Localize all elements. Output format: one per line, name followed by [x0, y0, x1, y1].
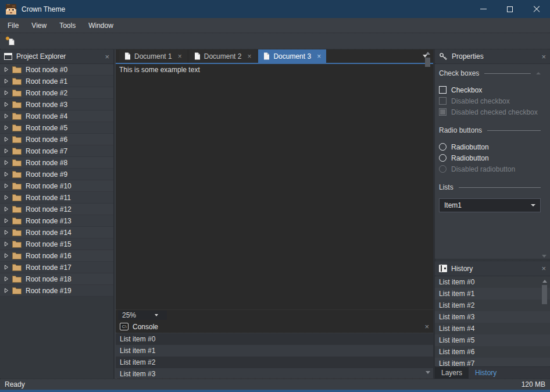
dock-tab-layers[interactable]: Layers [435, 367, 469, 379]
console-list-item[interactable]: List item #3 [116, 368, 433, 379]
tree-node[interactable]: Root node #18 [0, 273, 113, 285]
section-divider [487, 130, 541, 131]
history-list-item[interactable]: List item #0 [435, 276, 550, 288]
text-editor[interactable]: This is some example text [116, 64, 433, 309]
tab-close-icon[interactable]: × [178, 52, 182, 60]
expand-arrow-icon[interactable] [4, 241, 12, 247]
new-file-button[interactable] [4, 35, 17, 48]
folder-icon [12, 229, 22, 236]
tab-document-1[interactable]: Document 1 × [119, 49, 187, 63]
tree-node[interactable]: Root node #19 [0, 285, 113, 297]
tree-node[interactable]: Root node #13 [0, 215, 113, 227]
tab-document-2[interactable]: Document 2 × [189, 49, 257, 63]
history-list-item[interactable]: List item #3 [435, 311, 550, 323]
close-button[interactable] [523, 0, 550, 18]
collapse-icon [536, 72, 541, 74]
console-list-item[interactable]: List item #0 [116, 333, 433, 345]
expand-arrow-icon[interactable] [4, 172, 12, 177]
tree-node[interactable]: Root node #5 [0, 122, 113, 134]
history-header[interactable]: History × [435, 261, 550, 276]
checkbox-disabled-checked [439, 108, 447, 116]
history-list-item[interactable]: List item #2 [435, 300, 550, 311]
properties-header[interactable]: Properties × [435, 49, 550, 64]
history-close-icon[interactable]: × [541, 265, 546, 272]
section-radio-buttons[interactable]: Radio buttons [439, 125, 541, 136]
project-explorer-close-icon[interactable]: × [105, 53, 109, 60]
expand-arrow-icon[interactable] [4, 218, 12, 223]
section-check-boxes[interactable]: Check boxes [439, 68, 541, 79]
project-explorer-header[interactable]: Project Explorer × [0, 49, 113, 64]
tree-node[interactable]: Root node #6 [0, 134, 113, 145]
tab-close-icon[interactable]: × [317, 52, 321, 60]
tree-node[interactable]: Root node #2 [0, 87, 113, 99]
menu-item[interactable]: View [25, 18, 53, 33]
history-list-item[interactable]: List item #5 [435, 334, 550, 346]
console-header[interactable]: C:\ Console × [116, 320, 433, 333]
minimize-button[interactable] [470, 0, 497, 18]
tree-node[interactable]: Root node #14 [0, 227, 113, 238]
expand-arrow-icon[interactable] [4, 288, 12, 293]
tree-node[interactable]: Root node #7 [0, 145, 113, 157]
expand-arrow-icon[interactable] [4, 102, 12, 107]
tree-node[interactable]: Root node #10 [0, 180, 113, 192]
tree-node[interactable]: Root node #11 [0, 192, 113, 204]
expand-arrow-icon[interactable] [4, 137, 12, 142]
tree-node[interactable]: Root node #12 [0, 204, 113, 215]
scrollbar-thumb[interactable] [425, 58, 430, 67]
tree-node[interactable]: Root node #0 [0, 64, 113, 76]
tree-node-label: Root node #12 [26, 205, 72, 213]
scroll-up-icon[interactable] [426, 52, 430, 55]
titlebar[interactable]: Crown Theme [0, 0, 550, 18]
tree-node[interactable]: Root node #8 [0, 157, 113, 169]
scrollbar-thumb[interactable] [542, 285, 547, 304]
maximize-button[interactable] [497, 0, 523, 18]
expand-arrow-icon[interactable] [4, 230, 12, 235]
checkbox[interactable] [439, 86, 447, 94]
console-list-item[interactable]: List item #1 [116, 345, 433, 357]
expand-arrow-icon[interactable] [4, 79, 12, 84]
menu-item[interactable]: Tools [53, 18, 82, 33]
expand-arrow-icon[interactable] [4, 113, 12, 119]
radio-button[interactable] [439, 154, 447, 162]
expand-arrow-icon[interactable] [4, 276, 12, 281]
console-list-item[interactable]: List item #2 [116, 357, 433, 368]
expand-arrow-icon[interactable] [4, 183, 12, 188]
expand-arrow-icon[interactable] [4, 148, 12, 154]
tree-node[interactable]: Root node #15 [0, 238, 113, 250]
scroll-up-icon[interactable] [542, 280, 547, 283]
radio-button[interactable] [439, 143, 447, 151]
history-list-item[interactable]: List item #1 [435, 288, 550, 300]
tree-node[interactable]: Root node #16 [0, 250, 113, 262]
section-lists[interactable]: Lists [439, 182, 541, 193]
maximize-icon [507, 6, 513, 12]
tab-close-icon[interactable]: × [247, 52, 251, 60]
properties-close-icon[interactable]: × [541, 53, 546, 60]
history-list-item[interactable]: List item #6 [435, 346, 550, 358]
tree-node[interactable]: Root node #1 [0, 76, 113, 87]
dock-tab-history[interactable]: History [469, 367, 503, 379]
tab-document-3[interactable]: Document 3 × [258, 49, 326, 63]
zoom-select[interactable]: 25% [118, 311, 167, 320]
scroll-down-icon[interactable] [426, 371, 430, 374]
expand-arrow-icon[interactable] [4, 90, 12, 95]
radio-label: Radiobutton [451, 154, 489, 162]
menu-item[interactable]: Window [82, 18, 120, 33]
tree-node[interactable]: Root node #4 [0, 111, 113, 122]
statusbar: Ready 120 MB [0, 379, 550, 390]
expand-arrow-icon[interactable] [4, 195, 12, 200]
expand-arrow-icon[interactable] [4, 125, 12, 130]
tree-node[interactable]: Root node #9 [0, 169, 113, 180]
expand-arrow-icon[interactable] [4, 67, 12, 72]
tree-node[interactable]: Root node #3 [0, 99, 113, 111]
console-scrollbar[interactable] [424, 49, 431, 379]
expand-arrow-icon[interactable] [4, 265, 12, 270]
history-list-item[interactable]: List item #4 [435, 323, 550, 334]
expand-arrow-icon[interactable] [4, 253, 12, 258]
tree-node[interactable]: Root node #17 [0, 262, 113, 273]
scroll-more-icon[interactable] [542, 255, 547, 258]
expand-arrow-icon[interactable] [4, 160, 12, 165]
zoom-value: 25% [122, 311, 136, 319]
expand-arrow-icon[interactable] [4, 206, 12, 212]
item-combobox[interactable]: Item1 [439, 198, 541, 212]
menu-item[interactable]: File [1, 18, 25, 33]
